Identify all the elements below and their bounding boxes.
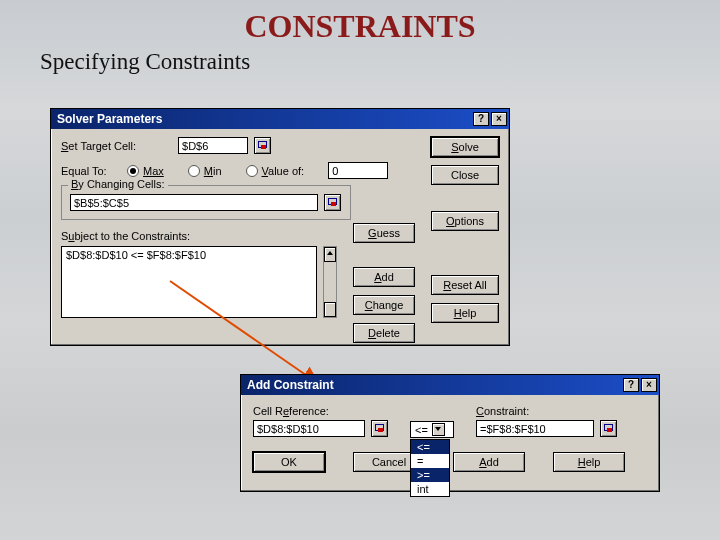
scrollbar[interactable] bbox=[323, 246, 337, 318]
constraint-label: Constraint: bbox=[476, 405, 617, 417]
changing-cells-input[interactable]: $B$5:$C$5 bbox=[70, 194, 318, 211]
value-of-input[interactable]: 0 bbox=[328, 162, 388, 179]
subject-to-label: Subject to the Constraints: bbox=[61, 230, 351, 242]
target-cell-input[interactable]: $D$6 bbox=[178, 137, 248, 154]
slide-title: CONSTRAINTS bbox=[0, 8, 720, 45]
delete-button[interactable]: Delete bbox=[353, 323, 415, 343]
operator-option-le[interactable]: <= bbox=[411, 440, 449, 454]
ok-button[interactable]: OK bbox=[253, 452, 325, 472]
solver-title-text: Solver Parameters bbox=[57, 112, 471, 126]
changing-cells-legend: By Changing Cells: bbox=[68, 178, 168, 190]
changing-cells-group: By Changing Cells: $B$5:$C$5 bbox=[61, 185, 351, 220]
collapse-dialog-icon[interactable] bbox=[600, 420, 617, 437]
change-button[interactable]: Change bbox=[353, 295, 415, 315]
help-icon[interactable]: ? bbox=[623, 378, 639, 392]
collapse-dialog-icon[interactable] bbox=[371, 420, 388, 437]
close-icon[interactable]: × bbox=[641, 378, 657, 392]
constraints-listbox[interactable]: $D$8:$D$10 <= $F$8:$F$10 bbox=[61, 246, 317, 318]
radio-max-dot bbox=[127, 165, 139, 177]
reset-all-button[interactable]: Reset All bbox=[431, 275, 499, 295]
add-button[interactable]: Add bbox=[453, 452, 525, 472]
radio-value-of[interactable]: Value of: bbox=[246, 165, 305, 177]
radio-value-dot bbox=[246, 165, 258, 177]
close-icon[interactable]: × bbox=[491, 112, 507, 126]
cell-ref-label: Cell Reference: bbox=[253, 405, 388, 417]
operator-option-eq[interactable]: = bbox=[411, 454, 449, 468]
right-button-column: Solve Close Options Reset All Help bbox=[431, 137, 499, 323]
help-icon[interactable]: ? bbox=[473, 112, 489, 126]
close-button[interactable]: Close bbox=[431, 165, 499, 185]
cell-ref-input[interactable]: $D$8:$D$10 bbox=[253, 420, 365, 437]
radio-min[interactable]: Min bbox=[188, 165, 222, 177]
radio-min-dot bbox=[188, 165, 200, 177]
set-target-label: Set Target Cell: bbox=[61, 140, 136, 152]
help-button[interactable]: Help bbox=[553, 452, 625, 472]
add-constraint-dialog: Add Constraint ? × Cell Reference: $D$8:… bbox=[240, 374, 660, 492]
add-constraint-title-text: Add Constraint bbox=[247, 378, 621, 392]
slide-subtitle: Specifying Constraints bbox=[40, 49, 720, 75]
solver-titlebar: Solver Parameters ? × bbox=[51, 109, 509, 129]
collapse-dialog-icon[interactable] bbox=[254, 137, 271, 154]
solve-button[interactable]: Solve bbox=[431, 137, 499, 157]
guess-button[interactable]: Guess bbox=[353, 223, 415, 243]
radio-max[interactable]: Max bbox=[127, 165, 164, 177]
equal-to-label: Equal To: bbox=[61, 165, 121, 177]
operator-list[interactable]: <= = >= int bbox=[410, 439, 450, 497]
constraint-item[interactable]: $D$8:$D$10 <= $F$8:$F$10 bbox=[66, 249, 312, 261]
chevron-up-icon bbox=[327, 251, 333, 255]
options-button[interactable]: Options bbox=[431, 211, 499, 231]
operator-dropdown[interactable]: <= bbox=[410, 421, 454, 438]
solver-dialog: Solver Parameters ? × Set Target Cell: $… bbox=[50, 108, 510, 346]
collapse-dialog-icon[interactable] bbox=[324, 194, 341, 211]
chevron-down-icon bbox=[432, 423, 445, 436]
operator-option-int[interactable]: int bbox=[411, 482, 449, 496]
help-button[interactable]: Help bbox=[431, 303, 499, 323]
add-constraint-titlebar: Add Constraint ? × bbox=[241, 375, 659, 395]
constraint-input[interactable]: =$F$8:$F$10 bbox=[476, 420, 594, 437]
add-button[interactable]: Add bbox=[353, 267, 415, 287]
operator-option-ge[interactable]: >= bbox=[411, 468, 449, 482]
chevron-down-icon bbox=[327, 309, 333, 313]
